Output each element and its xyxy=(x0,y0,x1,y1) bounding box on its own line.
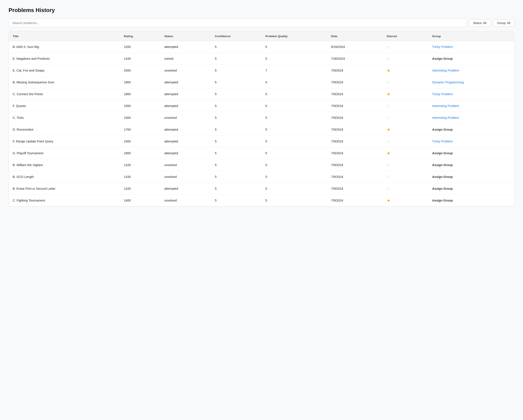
table-row: E. Cat, Fox and Swaps 2500 unsolved 5 7 … xyxy=(9,65,514,76)
cell-title: D. Playoff Tournament xyxy=(9,147,120,159)
problems-table: Title Rating Status Confidence Problem Q… xyxy=(9,32,514,206)
group-link[interactable]: Tricky Problem xyxy=(432,92,453,96)
star-icon[interactable]: ☆ xyxy=(387,174,391,179)
cell-starred: ★ xyxy=(383,147,428,159)
group-link[interactable]: Tricky Problem xyxy=(432,140,453,143)
cell-date: 7/9/2024 xyxy=(327,171,383,183)
cell-confidence: 5 xyxy=(211,88,262,100)
table-row: B. AND 0, Sum Big 1200 attempted 5 5 8/1… xyxy=(9,41,514,53)
cell-title: F. Range Update Point Query xyxy=(9,136,120,147)
cell-status: unsolved xyxy=(160,195,211,206)
cell-starred: ☆ xyxy=(383,112,428,124)
cell-date: 7/9/2024 xyxy=(327,124,383,136)
cell-date: 7/9/2024 xyxy=(327,183,383,195)
assign-group[interactable]: Assign Group xyxy=(432,199,453,202)
cell-starred: ☆ xyxy=(383,76,428,88)
assign-group[interactable]: Assign Group xyxy=(432,57,453,60)
cell-quality: 5 xyxy=(262,53,327,65)
cell-quality: 5 xyxy=(262,112,327,124)
star-icon[interactable]: ☆ xyxy=(387,104,391,108)
group-link[interactable]: Tricky Problem xyxy=(432,45,453,49)
cell-date: 7/9/2024 xyxy=(327,112,383,124)
cell-status: unsolved xyxy=(160,159,211,171)
cell-title: D. Rorororobot xyxy=(9,124,120,136)
star-icon[interactable]: ☆ xyxy=(387,44,391,49)
table-row: C. Ticks 1500 unsolved 5 5 7/9/2024 ☆ In… xyxy=(9,112,514,124)
table-row: B. Missing Subsequence Sum 1800 attempte… xyxy=(9,76,514,88)
cell-date: 7/9/2024 xyxy=(327,88,383,100)
cell-quality: 5 xyxy=(262,88,327,100)
col-header-quality: Problem Quality xyxy=(262,32,327,41)
cell-starred: ☆ xyxy=(383,183,428,195)
cell-confidence: 5 xyxy=(211,136,262,147)
group-link[interactable]: Interesting Problem xyxy=(432,69,459,72)
cell-title: C. Connect the Points xyxy=(9,88,120,100)
cell-quality: 5 xyxy=(262,76,327,88)
cell-status: attempted xyxy=(160,100,211,112)
cell-starred: ☆ xyxy=(383,136,428,147)
cell-confidence: 5 xyxy=(211,112,262,124)
star-icon[interactable]: ★ xyxy=(387,127,391,132)
cell-rating: 1800 xyxy=(120,147,160,159)
cell-title: E. Negatives and Positives xyxy=(9,53,120,65)
star-icon[interactable]: ★ xyxy=(387,68,391,73)
group-link[interactable]: Interesting Problem xyxy=(432,116,459,119)
cell-title: B. William the Vigilant xyxy=(9,159,120,171)
cell-confidence: 5 xyxy=(211,124,262,136)
star-icon[interactable]: ★ xyxy=(387,198,391,203)
table-row: C. Fighting Tournament 1400 unsolved 5 5… xyxy=(9,195,514,206)
table-row: D. Rorororobot 1700 attempted 5 5 7/9/20… xyxy=(9,124,514,136)
assign-group[interactable]: Assign Group xyxy=(432,151,453,155)
assign-group[interactable]: Assign Group xyxy=(432,163,453,167)
cell-title: B. GCD Length xyxy=(9,171,120,183)
star-icon[interactable]: ☆ xyxy=(387,80,391,85)
cell-rating: 1800 xyxy=(120,76,160,88)
cell-group: Interesting Problem xyxy=(428,112,514,124)
cell-title: B. AND 0, Sum Big xyxy=(9,41,120,53)
star-icon[interactable]: ★ xyxy=(387,151,391,156)
assign-group[interactable]: Assign Group xyxy=(432,187,453,190)
cell-date: 7/9/2024 xyxy=(327,159,383,171)
cell-group: Tricky Problem xyxy=(428,136,514,147)
star-icon[interactable]: ☆ xyxy=(387,56,391,61)
cell-confidence: 5 xyxy=(211,159,262,171)
cell-date: 7/9/2024 xyxy=(327,147,383,159)
cell-date: 7/9/2024 xyxy=(327,136,383,147)
col-header-confidence: Confidence xyxy=(211,32,262,41)
star-icon[interactable]: ☆ xyxy=(387,139,391,144)
cell-quality: 5 xyxy=(262,147,327,159)
cell-title: F. Quests xyxy=(9,100,120,112)
cell-date: 7/9/2024 xyxy=(327,195,383,206)
cell-starred: ☆ xyxy=(383,171,428,183)
cell-quality: 5 xyxy=(262,100,327,112)
star-icon[interactable]: ☆ xyxy=(387,163,391,167)
assign-group[interactable]: Assign Group xyxy=(432,175,453,179)
cell-confidence: 5 xyxy=(211,147,262,159)
cell-rating: 1100 xyxy=(120,171,160,183)
group-link[interactable]: Dynamic Programming xyxy=(432,81,464,84)
table-row: D. Playoff Tournament 1800 attempted 5 5… xyxy=(9,147,514,159)
cell-group: Dynamic Programming xyxy=(428,76,514,88)
search-input[interactable] xyxy=(8,19,466,27)
star-icon[interactable]: ★ xyxy=(387,92,391,97)
cell-title: B. Erase First or Second Letter xyxy=(9,183,120,195)
group-filter-button[interactable]: Group: All xyxy=(493,19,515,27)
cell-starred: ★ xyxy=(383,88,428,100)
cell-group: Interesting Problem xyxy=(428,100,514,112)
col-header-group: Group xyxy=(428,32,514,41)
cell-group: Interesting Problem xyxy=(428,65,514,76)
cell-quality: 5 xyxy=(262,124,327,136)
group-link[interactable]: Interesting Problem xyxy=(432,104,459,108)
cell-rating: 1100 xyxy=(120,159,160,171)
star-icon[interactable]: ☆ xyxy=(387,115,391,120)
assign-group[interactable]: Assign Group xyxy=(432,128,453,131)
cell-group: Assign Group xyxy=(428,159,514,171)
cell-date: 7/9/2024 xyxy=(327,65,383,76)
cell-quality: 5 xyxy=(262,171,327,183)
col-header-rating: Rating xyxy=(120,32,160,41)
status-filter-button[interactable]: Status: All xyxy=(469,19,490,27)
cell-group: Assign Group xyxy=(428,53,514,65)
star-icon[interactable]: ☆ xyxy=(387,186,391,191)
cell-confidence: 5 xyxy=(211,65,262,76)
cell-status: attempted xyxy=(160,147,211,159)
